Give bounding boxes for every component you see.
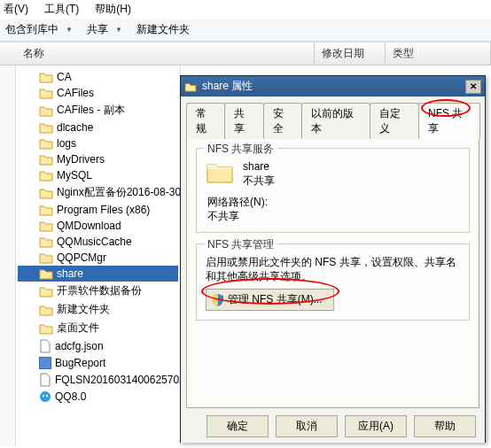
tab-0[interactable]: 常规 <box>186 103 225 139</box>
share-status: 不共享 <box>243 174 275 188</box>
tree-item[interactable]: BugReport <box>18 355 178 371</box>
column-date[interactable]: 修改日期 <box>315 42 386 65</box>
tree-item[interactable]: adcfg.json <box>18 337 178 355</box>
tree-item[interactable]: dlcache <box>18 120 178 135</box>
tree-item-label: 开票软件数据备份 <box>57 283 142 298</box>
group-title-service: NFS 共享服务 <box>204 142 277 157</box>
share-name: share <box>243 159 275 174</box>
tree-item-label: QMDownload <box>57 220 121 232</box>
group-nfs-manage: NFS 共享管理 启用或禁用此文件夹的 NFS 共享，设置权限、共享名和其他高级… <box>196 243 470 321</box>
tree-item-label: CA <box>57 71 72 83</box>
svg-point-0 <box>40 391 51 402</box>
tree-item[interactable]: QMDownload <box>18 218 178 234</box>
folder-icon <box>184 81 197 92</box>
tree-item[interactable]: logs <box>18 135 178 151</box>
svg-point-1 <box>43 395 44 398</box>
column-type[interactable]: 类型 <box>386 42 491 65</box>
tab-5[interactable]: NFS 共享 <box>418 103 480 139</box>
tree-item[interactable]: QQMusicCache <box>18 234 178 250</box>
close-icon[interactable]: ✕ <box>465 80 481 94</box>
toolbar-include-library[interactable]: 包含到库中 <box>5 22 73 37</box>
menu-view[interactable]: 看(V) <box>4 2 28 17</box>
tab-strip: 常规共享安全以前的版本自定义NFS 共享 <box>186 102 479 139</box>
group-title-manage: NFS 共享管理 <box>204 237 277 252</box>
tab-1[interactable]: 共享 <box>224 103 263 139</box>
tree-item-label: Program Files (x86) <box>57 204 150 216</box>
folder-icon <box>206 159 234 184</box>
tree-item[interactable]: FQLSN201603140062570201605 <box>18 371 178 389</box>
tree-item-label: logs <box>57 137 76 150</box>
tree-item-label: dlcache <box>57 121 93 134</box>
tree-item[interactable]: Nginx配置备份2016-08-30 <box>18 183 178 202</box>
manage-nfs-label: 管理 NFS 共享(M)... <box>228 292 323 307</box>
apply-button[interactable]: 应用(A) <box>345 415 407 437</box>
svg-point-2 <box>46 395 48 398</box>
tree-item-label: Nginx配置备份2016-08-30 <box>57 185 181 200</box>
tree-item-label: QQMusicCache <box>57 236 132 248</box>
network-path-value: 不共享 <box>207 209 460 223</box>
folder-tree: CACAFilesCAFiles - 副本dlcachelogsMyDriver… <box>16 66 181 446</box>
dialog-titlebar[interactable]: share 属性 ✕ <box>181 76 485 97</box>
tree-item[interactable]: 桌面文件 <box>18 319 178 337</box>
tree-item-label: 新建文件夹 <box>57 302 110 317</box>
help-button[interactable]: 帮助 <box>414 415 476 437</box>
tree-item-label: MyDrivers <box>57 153 105 166</box>
menu-help[interactable]: 帮助(H) <box>95 2 131 17</box>
tree-item[interactable]: CAFiles <box>18 85 178 101</box>
tree-item[interactable]: Program Files (x86) <box>18 202 178 218</box>
tab-2[interactable]: 安全 <box>263 103 302 139</box>
tree-item[interactable]: 开票软件数据备份 <box>18 282 178 300</box>
tree-item-label: adcfg.json <box>55 340 104 352</box>
manage-description: 启用或禁用此文件夹的 NFS 共享，设置权限、共享名和其他高级共享选项。 <box>206 255 460 283</box>
network-path-label: 网络路径(N): <box>207 195 460 209</box>
tree-item-label: BugReport <box>55 357 105 369</box>
dialog-body: 常规共享安全以前的版本自定义NFS 共享 NFS 共享服务 share 不共享 … <box>181 97 485 443</box>
nav-pane <box>0 66 16 446</box>
shield-icon <box>212 294 224 306</box>
tree-item-label: CAFiles <box>57 87 94 99</box>
columns-header: 名称 修改日期 类型 <box>0 42 491 66</box>
tab-panel-nfs: NFS 共享服务 share 不共享 网络路径(N): 不共享 NFS 共享管理… <box>186 139 479 408</box>
menu-bar: 看(V) 工具(T) 帮助(H) <box>0 0 491 19</box>
toolbar-new-folder[interactable]: 新建文件夹 <box>136 22 190 37</box>
tree-item-label: MySQL <box>57 169 92 182</box>
tree-item[interactable]: CAFiles - 副本 <box>18 101 178 120</box>
tree-item[interactable]: 新建文件夹 <box>18 300 178 319</box>
tree-item[interactable]: QQPCMgr <box>18 250 178 266</box>
cancel-button[interactable]: 取消 <box>276 415 338 437</box>
toolbar-share[interactable]: 共享 <box>87 22 122 37</box>
tree-item-label: FQLSN201603140062570201605 <box>55 374 181 386</box>
tree-item[interactable]: CA <box>18 69 178 85</box>
tree-item-label: CAFiles - 副本 <box>57 103 125 118</box>
tree-item[interactable]: MySQL <box>18 167 178 183</box>
tab-3[interactable]: 以前的版本 <box>301 103 370 139</box>
ok-button[interactable]: 确定 <box>207 415 269 437</box>
tree-item[interactable]: share <box>18 266 178 282</box>
manage-nfs-button[interactable]: 管理 NFS 共享(M)... <box>206 289 334 311</box>
tree-item-label: QQ8.0 <box>55 390 86 403</box>
dialog-buttons: 确定 取消 应用(A) 帮助 <box>186 408 479 437</box>
tree-item-label: share <box>57 267 83 280</box>
column-name[interactable]: 名称 <box>0 42 315 65</box>
properties-dialog: share 属性 ✕ 常规共享安全以前的版本自定义NFS 共享 NFS 共享服务… <box>180 75 486 443</box>
tree-item-label: 桌面文件 <box>57 321 99 336</box>
dialog-title: share 属性 <box>202 79 253 94</box>
tree-item-label: QQPCMgr <box>57 251 106 264</box>
toolbar: 包含到库中 共享 新建文件夹 <box>0 19 491 42</box>
menu-tools[interactable]: 工具(T) <box>44 2 79 17</box>
group-nfs-service: NFS 共享服务 share 不共享 网络路径(N): 不共享 <box>196 148 470 233</box>
tab-4[interactable]: 自定义 <box>370 103 419 139</box>
tree-item[interactable]: QQ8.0 <box>18 389 178 405</box>
tree-item[interactable]: MyDrivers <box>18 151 178 167</box>
